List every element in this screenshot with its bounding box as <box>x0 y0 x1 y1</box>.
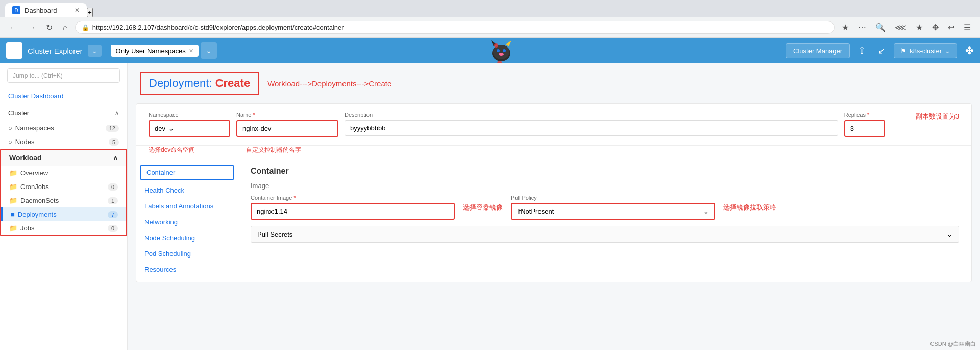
namespace-selector-clear[interactable]: ✕ <box>189 48 193 54</box>
forward-button[interactable]: → <box>24 21 39 34</box>
left-nav-item-labels-annotations[interactable]: Labels and Annotations <box>136 198 238 214</box>
pull-secrets-label: Pull Secrets <box>257 230 292 238</box>
left-nav-item-pod-scheduling[interactable]: Pod Scheduling <box>136 246 238 262</box>
replicas-field: Replicas * <box>844 112 905 137</box>
page-title-box: Deployment: Create <box>140 72 259 95</box>
two-panel-layout: Container Health Check Labels and Annota… <box>136 158 971 282</box>
left-nav-item-resources[interactable]: Resources <box>136 262 238 277</box>
pull-policy-field: Pull Policy IfNotPresent ⌄ <box>511 195 715 220</box>
nodes-label: Nodes <box>15 138 109 146</box>
new-tab-button[interactable]: + <box>87 8 93 17</box>
namespace-select[interactable]: dev ⌄ <box>149 120 230 137</box>
sidebar-item-deployments[interactable]: ■ Deployments 7 <box>1 207 126 221</box>
cluster-explorer-dropdown[interactable]: ⌄ <box>88 45 102 57</box>
pull-policy-select[interactable]: IfNotPresent ⌄ <box>511 203 715 220</box>
sidebar-item-jobs[interactable]: 📁 Jobs 0 <box>1 221 126 235</box>
top-form-row: Namespace dev ⌄ Name * Descript <box>136 104 971 146</box>
sidebar-item-cronjobs[interactable]: 📁 CronJobs 0 <box>1 180 126 194</box>
namespace-selector[interactable]: Only User Namespaces ✕ <box>111 45 199 57</box>
cluster-manager-button[interactable]: Cluster Manager <box>786 43 850 58</box>
pull-secrets-row[interactable]: Pull Secrets ⌄ <box>251 226 959 243</box>
sidebar-item-daemonsets[interactable]: 📁 DaemonSets 1 <box>1 194 126 207</box>
container-image-label: Container Image * <box>251 195 455 201</box>
description-label: Description <box>345 112 838 118</box>
terminal-button[interactable]: ↙ <box>874 43 890 58</box>
replicas-required-marker: * <box>867 112 869 118</box>
namespace-select-chevron-icon: ⌄ <box>168 125 174 132</box>
sidebar-cluster-section: Cluster ∧ <box>0 103 127 121</box>
upload-button[interactable]: ⇧ <box>854 43 870 58</box>
breadcrumb-annotation: Workload--->Deployments--->Create <box>267 79 391 88</box>
namespaces-icon: ○ <box>8 124 12 132</box>
back-button[interactable]: ← <box>6 21 20 34</box>
namespaces-count-badge: 12 <box>106 125 119 132</box>
sidebar-cluster-header[interactable]: Cluster ∧ <box>8 107 119 119</box>
more-button[interactable]: ⋯ <box>855 20 869 34</box>
search-button[interactable]: 🔍 <box>872 20 889 34</box>
left-nav-item-networking[interactable]: Networking <box>136 214 238 230</box>
deployments-folder-icon: ■ <box>11 211 15 218</box>
title-prefix: Deployment: <box>149 77 212 89</box>
jobs-count-badge: 0 <box>108 225 118 232</box>
sidebar-item-cluster-dashboard[interactable]: Cluster Dashboard <box>0 88 127 103</box>
undo-button[interactable]: ↩ <box>945 20 958 34</box>
svg-point-6 <box>497 49 500 52</box>
replicas-annotation: 副本数设置为3 <box>916 112 959 121</box>
name-input[interactable] <box>236 120 338 137</box>
container-image-input[interactable] <box>251 203 455 220</box>
container-section-title: Container <box>251 167 959 176</box>
menu-button[interactable]: ☰ <box>961 20 974 34</box>
image-row: Container Image * 选择容器镜像 Pull Policy <box>251 195 959 220</box>
workload-section-header[interactable]: Workload ∧ <box>1 150 126 166</box>
main-content: Deployment: Create Workload--->Deploymen… <box>128 63 980 350</box>
description-input[interactable] <box>345 120 838 136</box>
jobs-label: Jobs <box>20 224 108 232</box>
address-bar[interactable]: 🔒 <box>75 21 835 34</box>
workload-chevron-icon: ∧ <box>113 154 118 162</box>
reload-button[interactable]: ↻ <box>43 20 56 34</box>
deployments-label: Deployments <box>18 211 108 218</box>
image-annotation: 选择容器镜像 <box>463 203 503 212</box>
url-input[interactable] <box>92 24 828 31</box>
namespace-value: dev <box>155 125 165 132</box>
rancher-brand-icon: ✤ <box>965 44 974 57</box>
replicas-input[interactable] <box>844 120 885 137</box>
left-nav-item-health-check[interactable]: Health Check <box>136 182 238 198</box>
cluster-name-dropdown[interactable]: ⚑ k8s-cluster ⌄ <box>894 43 957 58</box>
cronjobs-label: CronJobs <box>20 183 108 191</box>
sidebar-item-overview[interactable]: 📁 Overview <box>1 166 126 180</box>
namespaces-label: Namespaces <box>15 124 106 132</box>
home-button[interactable]: ⌂ <box>60 21 71 34</box>
image-subtitle: Image <box>251 182 959 190</box>
page-title: Deployment: Create <box>149 77 250 89</box>
mascot-icon <box>483 35 519 66</box>
cronjobs-count-badge: 0 <box>108 183 118 191</box>
policy-annotation: 选择镜像拉取策略 <box>723 203 776 212</box>
name-field: Name * <box>236 112 338 137</box>
apps-button[interactable]: ⋘ <box>892 20 910 34</box>
extensions-button[interactable]: ✥ <box>929 20 942 34</box>
overview-label: Overview <box>20 169 118 177</box>
lock-icon: 🔒 <box>82 24 89 31</box>
replicas-annotation-area: 副本数设置为3 <box>912 112 959 123</box>
tab-favicon: D <box>12 6 20 14</box>
left-nav: Container Health Check Labels and Annota… <box>136 158 238 282</box>
pull-policy-value: IfNotPresent <box>517 207 554 215</box>
pull-policy-chevron-icon: ⌄ <box>703 207 709 215</box>
sidebar-search-input[interactable] <box>7 68 120 83</box>
container-image-required: * <box>293 195 296 201</box>
watermark: CSDN @白幽幽白 <box>930 340 976 348</box>
bookmark-button[interactable]: ★ <box>839 20 852 34</box>
toolbar-right: ★ ⋯ 🔍 ⋘ ★ ✥ ↩ ☰ <box>839 20 974 34</box>
sidebar-item-nodes[interactable]: ○ Nodes 5 <box>0 135 127 149</box>
namespace-dropdown-button[interactable]: ⌄ <box>201 42 217 59</box>
sidebar-item-namespaces[interactable]: ○ Namespaces 12 <box>0 121 127 135</box>
settings-icon-button[interactable]: ★ <box>913 20 926 34</box>
tab-close-button[interactable]: ✕ <box>75 7 80 14</box>
namespace-annotation: 选择dev命名空间 <box>149 146 195 154</box>
left-nav-item-container[interactable]: Container <box>140 165 234 180</box>
daemonsets-label: DaemonSets <box>20 197 108 204</box>
form-area: Namespace dev ⌄ Name * Descript <box>136 103 972 282</box>
left-nav-item-node-scheduling[interactable]: Node Scheduling <box>136 230 238 246</box>
deployments-count-badge: 7 <box>108 211 118 218</box>
